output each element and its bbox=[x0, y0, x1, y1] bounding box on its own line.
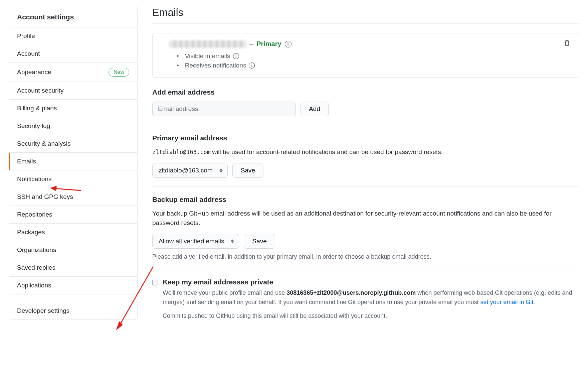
select-value: Allow all verified emails bbox=[159, 238, 224, 245]
section-heading: Add email address bbox=[152, 88, 579, 96]
primary-email-select[interactable]: zltdiablo@163.com bbox=[152, 163, 228, 178]
info-icon[interactable]: i bbox=[249, 62, 255, 69]
noreply-email: 30816365+zlt2000@users.noreply.github.co… bbox=[286, 289, 416, 296]
sidebar-item-label: Repositories bbox=[17, 211, 52, 218]
sidebar-item-ssh-gpg[interactable]: SSH and GPG keys bbox=[9, 188, 137, 206]
main-content: Emails – Primary i Visible in emails i R… bbox=[152, 7, 579, 342]
sidebar-item-emails[interactable]: Emails bbox=[9, 153, 137, 170]
email-meta-item: Visible in emails i bbox=[177, 52, 570, 60]
select-caret-icon bbox=[231, 239, 234, 243]
sidebar-item-label: Account bbox=[17, 50, 40, 57]
sidebar-item-label: Applications bbox=[17, 282, 51, 289]
backup-email-select[interactable]: Allow all verified emails bbox=[152, 234, 239, 249]
sidebar-item-label: Saved replies bbox=[17, 264, 55, 271]
add-email-button[interactable]: Add bbox=[301, 102, 329, 116]
save-backup-button[interactable]: Save bbox=[244, 234, 275, 249]
sidebar-item-billing[interactable]: Billing & plans bbox=[9, 100, 137, 117]
keep-private-checkbox[interactable] bbox=[152, 280, 158, 285]
backup-hint: Please add a verified email, in addition… bbox=[152, 253, 579, 260]
developer-nav: Developer settings bbox=[9, 302, 138, 320]
primary-email-section: Primary email address zltdiablo@163.com … bbox=[152, 134, 579, 187]
sidebar-item-security-analysis[interactable]: Security & analysis bbox=[9, 135, 137, 153]
sidebar-item-label: Account security bbox=[17, 87, 63, 94]
keep-private-section: Keep my email addresses private We'll re… bbox=[152, 278, 579, 334]
separator-dash: – bbox=[249, 40, 253, 48]
sidebar-item-developer-settings[interactable]: Developer settings bbox=[9, 302, 137, 319]
sidebar-item-packages[interactable]: Packages bbox=[9, 224, 137, 241]
sidebar-item-label: Security log bbox=[17, 122, 50, 130]
section-heading: Backup email address bbox=[152, 196, 579, 204]
keep-private-description: We'll remove your public profile email a… bbox=[163, 288, 579, 307]
sidebar-item-label: Packages bbox=[17, 229, 45, 236]
sidebar-header: Account settings bbox=[9, 7, 137, 27]
backup-email-section: Backup email address Your backup GitHub … bbox=[152, 196, 579, 269]
primary-badge: Primary bbox=[256, 40, 281, 48]
keep-private-heading: Keep my email addresses private bbox=[163, 278, 579, 286]
info-icon[interactable]: i bbox=[285, 41, 291, 47]
add-email-section: Add email address Add bbox=[152, 88, 579, 125]
new-badge: New bbox=[109, 68, 129, 77]
page-title: Emails bbox=[152, 7, 579, 24]
section-heading: Primary email address bbox=[152, 134, 579, 142]
sidebar-item-account-security[interactable]: Account security bbox=[9, 82, 137, 100]
sidebar-item-label: SSH and GPG keys bbox=[17, 193, 73, 201]
delete-email-button[interactable] bbox=[564, 39, 572, 48]
sidebar-item-notifications[interactable]: Notifications bbox=[9, 170, 137, 188]
sidebar-item-label: Notifications bbox=[17, 175, 52, 183]
redacted-email bbox=[169, 40, 246, 48]
select-value: zltdiablo@163.com bbox=[159, 167, 213, 174]
settings-nav: Account settings Profile Account Appeara… bbox=[9, 7, 138, 294]
sidebar-item-appearance[interactable]: Appearance New bbox=[9, 63, 137, 82]
sidebar-item-repositories[interactable]: Repositories bbox=[9, 206, 137, 224]
set-email-git-link[interactable]: set your email in Git bbox=[480, 299, 534, 305]
sidebar-item-organizations[interactable]: Organizations bbox=[9, 241, 137, 259]
sidebar-item-profile[interactable]: Profile bbox=[9, 27, 137, 45]
commits-note: Commits pushed to GitHub using this emai… bbox=[163, 311, 579, 321]
primary-email-card: – Primary i Visible in emails i Receives… bbox=[152, 33, 579, 78]
sidebar-item-label: Profile bbox=[17, 32, 35, 40]
settings-sidebar: Account settings Profile Account Appeara… bbox=[9, 7, 138, 342]
section-description: zltdiablo@163.com will be used for accou… bbox=[152, 147, 579, 157]
primary-email-value: zltdiablo@163.com bbox=[152, 149, 210, 155]
add-email-input[interactable] bbox=[152, 102, 296, 116]
select-caret-icon bbox=[219, 168, 223, 172]
sidebar-item-label: Security & analysis bbox=[17, 140, 71, 147]
sidebar-item-account[interactable]: Account bbox=[9, 45, 137, 63]
trash-icon bbox=[564, 39, 570, 47]
sidebar-item-security-log[interactable]: Security log bbox=[9, 117, 137, 135]
sidebar-item-label: Appearance bbox=[17, 69, 51, 76]
sidebar-item-label: Developer settings bbox=[17, 307, 69, 314]
sidebar-item-applications[interactable]: Applications bbox=[9, 277, 137, 294]
email-meta-item: Receives notifications i bbox=[177, 62, 570, 69]
section-description: Your backup GitHub email address will be… bbox=[152, 209, 579, 228]
info-icon[interactable]: i bbox=[233, 53, 239, 59]
sidebar-item-label: Emails bbox=[17, 158, 36, 165]
sidebar-item-label: Billing & plans bbox=[17, 105, 57, 112]
sidebar-item-saved-replies[interactable]: Saved replies bbox=[9, 259, 137, 277]
sidebar-item-label: Organizations bbox=[17, 246, 56, 254]
save-primary-button[interactable]: Save bbox=[232, 163, 263, 178]
